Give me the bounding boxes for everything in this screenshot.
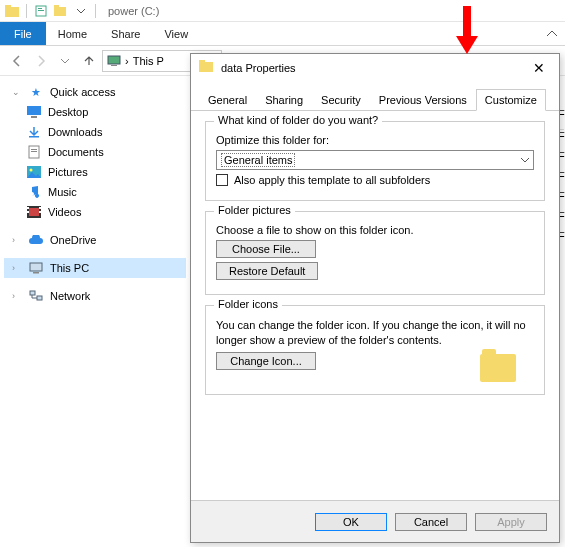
- sidebar-item-pictures[interactable]: Pictures: [4, 162, 186, 182]
- fieldset-folder-icons: Folder icons You can change the folder i…: [205, 305, 545, 395]
- tab-general[interactable]: General: [199, 89, 256, 111]
- sidebar-item-quick-access[interactable]: ⌄ ★ Quick access: [4, 82, 186, 102]
- file-tab-label: File: [14, 28, 32, 40]
- tab-previous-versions[interactable]: Previous Versions: [370, 89, 476, 111]
- restore-default-button[interactable]: Restore Default: [216, 262, 318, 280]
- folder-icons-desc: You can change the folder icon. If you c…: [216, 318, 534, 348]
- sidebar-item-onedrive[interactable]: › OneDrive: [4, 230, 186, 250]
- tab-label: Home: [58, 28, 87, 40]
- tab-customize[interactable]: Customize: [476, 89, 546, 111]
- recent-dropdown-icon[interactable]: [54, 50, 76, 72]
- ribbon-collapse-icon[interactable]: [539, 22, 565, 45]
- qat-divider: [26, 4, 27, 18]
- chevron-down-icon[interactable]: [73, 3, 89, 19]
- file-tab[interactable]: File: [0, 22, 46, 45]
- dialog-footer: OK Cancel Apply: [191, 500, 559, 542]
- sidebar-item-label: Desktop: [48, 106, 88, 118]
- optimize-select[interactable]: General items: [216, 150, 534, 170]
- svg-rect-23: [30, 263, 42, 271]
- svg-rect-28: [199, 60, 205, 64]
- pc-icon: [107, 55, 121, 67]
- tab-share[interactable]: Share: [99, 22, 152, 45]
- tab-home[interactable]: Home: [46, 22, 99, 45]
- document-icon: [26, 144, 42, 160]
- up-button[interactable]: [78, 50, 100, 72]
- change-icon-button[interactable]: Change Icon...: [216, 352, 316, 370]
- svg-rect-9: [27, 106, 41, 115]
- tab-sharing[interactable]: Sharing: [256, 89, 312, 111]
- sidebar-item-downloads[interactable]: Downloads: [4, 122, 186, 142]
- tab-view[interactable]: View: [152, 22, 200, 45]
- svg-rect-11: [29, 136, 39, 138]
- button-label: Choose File...: [232, 243, 300, 255]
- properties-icon[interactable]: [33, 3, 49, 19]
- back-button[interactable]: [6, 50, 28, 72]
- fieldset-folder-kind: What kind of folder do you want? Optimiz…: [205, 121, 545, 201]
- fieldset-legend: Folder icons: [214, 298, 282, 310]
- download-icon: [26, 124, 42, 140]
- folder-pictures-desc: Choose a file to show on this folder ico…: [216, 224, 534, 236]
- expand-icon[interactable]: ›: [12, 235, 22, 245]
- forward-button[interactable]: [30, 50, 52, 72]
- cancel-button[interactable]: Cancel: [395, 513, 467, 531]
- expand-icon[interactable]: ›: [12, 291, 22, 301]
- svg-rect-21: [39, 207, 41, 209]
- dialog-titlebar[interactable]: data Properties ✕: [191, 54, 559, 82]
- tab-label: Security: [321, 94, 361, 106]
- tab-label: Share: [111, 28, 140, 40]
- sidebar-item-desktop[interactable]: Desktop: [4, 102, 186, 122]
- svg-rect-3: [38, 8, 42, 9]
- pc-icon: [28, 260, 44, 276]
- tab-label: View: [164, 28, 188, 40]
- star-icon: ★: [28, 84, 44, 100]
- tab-label: General: [208, 94, 247, 106]
- sidebar-item-documents[interactable]: Documents: [4, 142, 186, 162]
- choose-file-button[interactable]: Choose File...: [216, 240, 316, 258]
- desktop-icon: [26, 104, 42, 120]
- fieldset-folder-pictures: Folder pictures Choose a file to show on…: [205, 211, 545, 295]
- fieldset-legend: Folder pictures: [214, 204, 295, 216]
- button-label: Change Icon...: [230, 355, 302, 367]
- sidebar-item-music[interactable]: Music: [4, 182, 186, 202]
- svg-rect-24: [33, 272, 39, 274]
- apply-button[interactable]: Apply: [475, 513, 547, 531]
- dialog-body: What kind of folder do you want? Optimiz…: [191, 111, 559, 500]
- sidebar-item-network[interactable]: › Network: [4, 286, 186, 306]
- svg-rect-10: [31, 116, 37, 118]
- properties-dialog: data Properties ✕ General Sharing Securi…: [190, 53, 560, 543]
- close-button[interactable]: ✕: [527, 60, 551, 76]
- sidebar-item-label: Downloads: [48, 126, 102, 138]
- button-label: Restore Default: [229, 265, 305, 277]
- tab-security[interactable]: Security: [312, 89, 370, 111]
- new-folder-icon[interactable]: [53, 3, 69, 19]
- tab-label: Previous Versions: [379, 94, 467, 106]
- svg-rect-8: [111, 65, 117, 66]
- chevron-down-icon: [521, 156, 529, 164]
- checkbox-label: Also apply this template to all subfolde…: [234, 174, 430, 186]
- sidebar: ⌄ ★ Quick access Desktop Downloads Docum…: [0, 76, 190, 547]
- music-icon: [26, 184, 42, 200]
- svg-rect-1: [5, 5, 11, 9]
- collapse-icon[interactable]: ⌄: [12, 87, 22, 97]
- svg-rect-18: [29, 208, 39, 216]
- sidebar-item-label: Music: [48, 186, 77, 198]
- expand-icon[interactable]: ›: [12, 263, 22, 273]
- folder-icon: [199, 60, 215, 76]
- svg-rect-13: [31, 149, 37, 150]
- checkbox-box: [216, 174, 228, 186]
- ribbon: File Home Share View: [0, 22, 565, 46]
- breadcrumb[interactable]: This P: [133, 55, 164, 67]
- svg-rect-25: [30, 291, 35, 295]
- fieldset-legend: What kind of folder do you want?: [214, 114, 382, 126]
- sidebar-item-this-pc[interactable]: › This PC: [4, 258, 186, 278]
- sidebar-item-label: Videos: [48, 206, 81, 218]
- svg-point-16: [30, 169, 33, 172]
- ok-button[interactable]: OK: [315, 513, 387, 531]
- svg-rect-20: [27, 211, 29, 213]
- sidebar-item-videos[interactable]: Videos: [4, 202, 186, 222]
- select-value: General items: [221, 153, 295, 167]
- breadcrumb-sep: ›: [125, 55, 129, 67]
- svg-rect-19: [27, 207, 29, 209]
- apply-subfolders-checkbox[interactable]: Also apply this template to all subfolde…: [216, 174, 534, 186]
- svg-rect-4: [38, 10, 44, 11]
